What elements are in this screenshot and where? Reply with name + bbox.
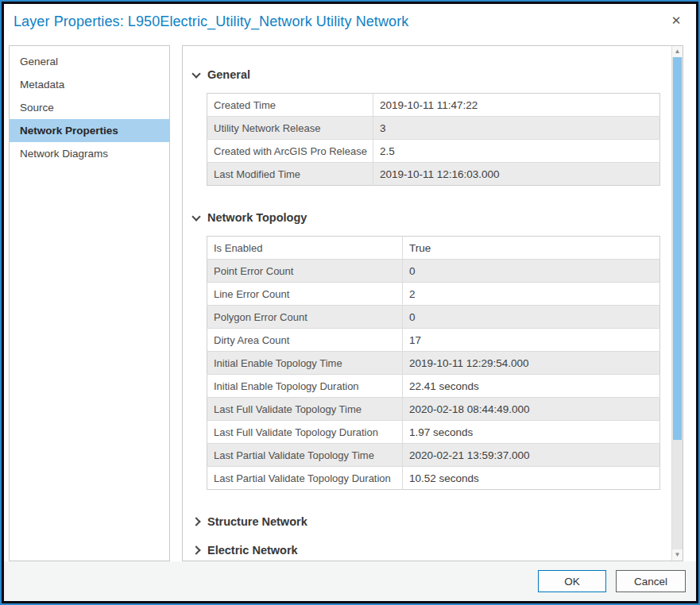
layer-properties-dialog: Layer Properties: L950Electric_Utility_N… [0, 0, 700, 605]
property-value: 2019-10-11 12:16:03.000 [373, 163, 660, 186]
section-title: Electric Network [207, 544, 298, 557]
dialog-body: GeneralMetadataSourceNetwork PropertiesN… [4, 45, 696, 561]
property-name: Dirty Area Count [207, 329, 403, 352]
properties-table-general: Created Time2019-10-11 11:47:22Utility N… [207, 93, 660, 186]
property-value: 2020-02-21 13:59:37.000 [403, 444, 660, 467]
property-value: 2 [403, 283, 660, 306]
table-row: Dirty Area Count17 [207, 329, 660, 352]
table-row: Last Modified Time2019-10-11 12:16:03.00… [207, 163, 660, 186]
table-row: Last Full Validate Topology Duration1.97… [207, 421, 660, 444]
property-name: Is Enabled [207, 237, 403, 260]
dialog-window: Layer Properties: L950Electric_Utility_N… [4, 4, 696, 601]
scrollbar-thumb[interactable] [673, 57, 682, 440]
property-value: 17 [403, 329, 660, 352]
table-row: Last Partial Validate Topology Time2020-… [207, 444, 660, 467]
property-name: Created Time [207, 94, 373, 117]
property-name: Last Partial Validate Topology Duration [207, 467, 403, 490]
properties-content: GeneralCreated Time2019-10-11 11:47:22Ut… [183, 46, 671, 561]
section-header-structure-network[interactable]: Structure Network [193, 515, 671, 528]
chevron-right-icon [191, 517, 200, 526]
table-row: Initial Enable Topology Time2019-10-11 1… [207, 352, 660, 375]
properties-table-network-topology: Is EnabledTruePoint Error Count0Line Err… [207, 236, 660, 490]
table-row: Last Full Validate Topology Time2020-02-… [207, 398, 660, 421]
property-name: Initial Enable Topology Duration [207, 375, 403, 398]
section-title: General [207, 68, 250, 81]
property-value: 10.52 seconds [403, 467, 660, 490]
property-name: Last Partial Validate Topology Time [207, 444, 403, 467]
sidebar-item-metadata[interactable]: Metadata [10, 73, 169, 96]
property-name: Last Full Validate Topology Time [207, 398, 403, 421]
property-value: 2.5 [373, 140, 660, 163]
property-name: Last Full Validate Topology Duration [207, 421, 403, 444]
content-panel: GeneralCreated Time2019-10-11 11:47:22Ut… [182, 45, 683, 561]
section-header-general[interactable]: General [193, 68, 671, 81]
close-icon[interactable]: ✕ [667, 12, 685, 29]
property-name: Initial Enable Topology Time [207, 352, 403, 375]
property-value: 2019-10-11 11:47:22 [373, 94, 660, 117]
section-header-network-topology[interactable]: Network Topology [193, 211, 671, 224]
property-value: 1.97 seconds [403, 421, 660, 444]
section-title: Structure Network [207, 515, 307, 528]
table-row: Is EnabledTrue [207, 237, 660, 260]
table-row: Point Error Count0 [207, 260, 660, 283]
property-name: Line Error Count [207, 283, 403, 306]
property-value: True [403, 237, 660, 260]
chevron-down-icon [191, 212, 200, 221]
cancel-button[interactable]: Cancel [616, 570, 686, 592]
scroll-up-icon[interactable]: ▲ [672, 46, 683, 57]
scroll-down-icon[interactable]: ▼ [672, 549, 683, 561]
table-row: Created with ArcGIS Pro Release2.5 [207, 140, 660, 163]
sidebar-item-network-properties[interactable]: Network Properties [10, 119, 169, 142]
sidebar-item-general[interactable]: General [10, 50, 169, 73]
property-value: 0 [403, 306, 660, 329]
table-row: Utility Network Release3 [207, 117, 660, 140]
dialog-footer: OK Cancel [4, 561, 696, 601]
sidebar-item-source[interactable]: Source [10, 96, 169, 119]
section-header-electric-network[interactable]: Electric Network [193, 544, 671, 557]
property-name: Created with ArcGIS Pro Release [207, 140, 373, 163]
sidebar: GeneralMetadataSourceNetwork PropertiesN… [9, 45, 170, 561]
section-title: Network Topology [207, 211, 307, 224]
table-row: Last Partial Validate Topology Duration1… [207, 467, 660, 490]
property-name: Utility Network Release [207, 117, 373, 140]
table-row: Polygon Error Count0 [207, 306, 660, 329]
chevron-right-icon [191, 545, 200, 554]
chevron-down-icon [191, 69, 200, 78]
table-row: Created Time2019-10-11 11:47:22 [207, 94, 660, 117]
sidebar-item-network-diagrams[interactable]: Network Diagrams [10, 142, 169, 165]
property-name: Last Modified Time [207, 163, 373, 186]
title-bar: Layer Properties: L950Electric_Utility_N… [4, 4, 696, 45]
ok-button[interactable]: OK [538, 570, 606, 592]
property-value: 2020-02-18 08:44:49.000 [403, 398, 660, 421]
dialog-title: Layer Properties: L950Electric_Utility_N… [14, 13, 696, 30]
table-row: Initial Enable Topology Duration22.41 se… [207, 375, 660, 398]
property-name: Polygon Error Count [207, 306, 403, 329]
property-value: 22.41 seconds [403, 375, 660, 398]
property-value: 2019-10-11 12:29:54.000 [403, 352, 660, 375]
table-row: Line Error Count2 [207, 283, 660, 306]
property-name: Point Error Count [207, 260, 403, 283]
property-value: 0 [403, 260, 660, 283]
property-value: 3 [373, 117, 660, 140]
scrollbar[interactable]: ▲ ▼ [671, 46, 683, 561]
